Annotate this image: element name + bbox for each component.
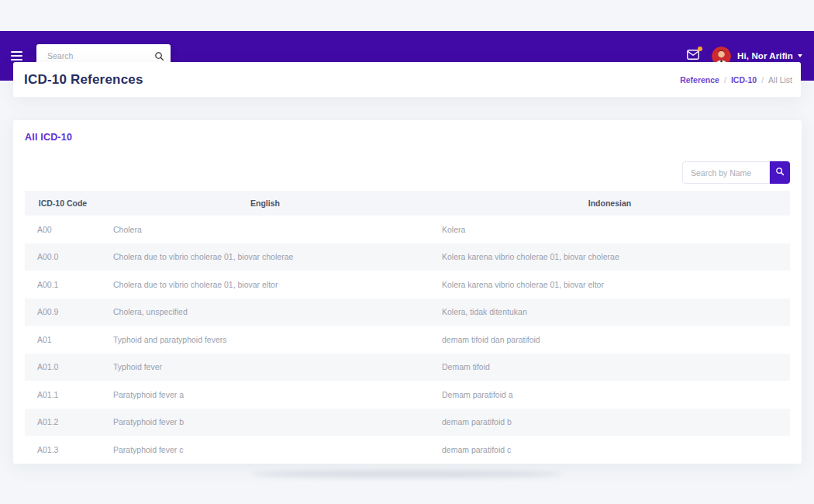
table-row: A01.2Paratyphoid fever bdemam paratifoid… (25, 409, 790, 437)
cell-english: Paratyphoid fever b (101, 409, 429, 437)
column-header-code: ICD-10 Code (25, 191, 101, 216)
table-row: A00.9Cholera, unspecifiedKolera, tidak d… (25, 299, 790, 326)
table-row: A01.0Typhoid feverDemam tifoid (25, 354, 790, 381)
page-header: ICD-10 References Reference / ICD-10 / A… (13, 62, 801, 97)
cell-code: A01.0 (25, 354, 101, 381)
breadcrumb: Reference / ICD-10 / All List (680, 75, 792, 85)
cell-indonesian: Demam paratifoid a (429, 381, 790, 409)
table-row: A01Typhoid and paratyphoid feversdemam t… (25, 326, 790, 354)
breadcrumb-link-icd10[interactable]: ICD-10 (731, 75, 757, 85)
messages-button[interactable] (687, 49, 699, 63)
cell-english: Paratyphoid fever c (101, 436, 429, 464)
page-title: ICD-10 References (24, 72, 143, 88)
cell-indonesian: demam tifoid dan paratifoid (429, 326, 790, 354)
cell-indonesian: Kolera, tidak ditentukan (429, 299, 790, 326)
content-card: All ICD-10 ICD-10 Code English (13, 120, 802, 464)
breadcrumb-link-reference[interactable]: Reference (680, 75, 719, 85)
cell-code: A00.0 (25, 243, 101, 271)
table-search (682, 161, 790, 184)
breadcrumb-separator: / (724, 75, 726, 85)
cell-indonesian: Demam tifoid (429, 354, 790, 381)
table-row: A01.1Paratyphoid fever aDemam paratifoid… (25, 381, 790, 409)
cell-english: Typhoid fever (101, 354, 429, 381)
cell-english: Cholera due to vibrio cholerae 01, biova… (101, 271, 429, 299)
icd10-table: ICD-10 Code English Indonesian A00Choler… (25, 191, 790, 464)
table-row: A00.0Cholera due to vibrio cholerae 01, … (25, 243, 790, 271)
table-header: ICD-10 Code English Indonesian (25, 191, 790, 216)
cell-code: A01.3 (25, 436, 101, 464)
cell-indonesian: Kolera karena vibrio cholerae 01, biovar… (429, 243, 790, 271)
chevron-down-icon (798, 54, 802, 57)
table-row: A00.1Cholera due to vibrio cholerae 01, … (25, 271, 790, 299)
cell-indonesian: Kolera karena vibrio cholerae 01, biovar… (429, 271, 790, 299)
cell-code: A00.9 (25, 299, 101, 326)
table-wrapper: ICD-10 Code English Indonesian A00Choler… (25, 191, 790, 464)
card-bottom-shadow (252, 471, 562, 478)
cell-code: A01 (25, 326, 101, 354)
navbar-search-input[interactable] (36, 51, 154, 60)
column-header-indonesian: Indonesian (429, 191, 790, 216)
column-header-english: English (101, 191, 429, 216)
cell-indonesian: demam paratifoid c (429, 436, 790, 464)
card-title: All ICD-10 (13, 120, 802, 143)
cell-indonesian: Kolera (429, 216, 790, 243)
cell-english: Cholera (101, 216, 429, 243)
search-icon (775, 167, 785, 178)
table-row: A00CholeraKolera (25, 216, 790, 243)
breadcrumb-separator: / (761, 75, 764, 85)
table-row: A01.3Paratyphoid fever cdemam paratifoid… (25, 436, 790, 464)
cell-code: A01.2 (25, 409, 101, 437)
cell-code: A01.1 (25, 381, 101, 409)
cell-english: Cholera due to vibrio cholerae 01, biova… (101, 243, 429, 271)
cell-code: A00 (25, 216, 101, 243)
cell-english: Cholera, unspecified (101, 299, 429, 326)
mail-icon (687, 49, 699, 63)
cell-indonesian: demam paratifoid b (429, 409, 790, 437)
sidebar-toggle-button[interactable] (11, 51, 23, 61)
cell-english: Paratyphoid fever a (101, 381, 429, 409)
user-greeting: Hi, Nor Arifin (737, 51, 793, 60)
cell-english: Typhoid and paratyphoid fevers (101, 326, 429, 354)
cell-code: A00.1 (25, 271, 101, 299)
notification-dot (698, 47, 702, 51)
search-icon[interactable] (154, 51, 164, 61)
table-search-button[interactable] (770, 161, 790, 184)
icd10-table-body: A00CholeraKoleraA00.0Cholera due to vibr… (25, 216, 790, 464)
table-search-input[interactable] (682, 161, 770, 184)
breadcrumb-current: All List (768, 75, 792, 85)
